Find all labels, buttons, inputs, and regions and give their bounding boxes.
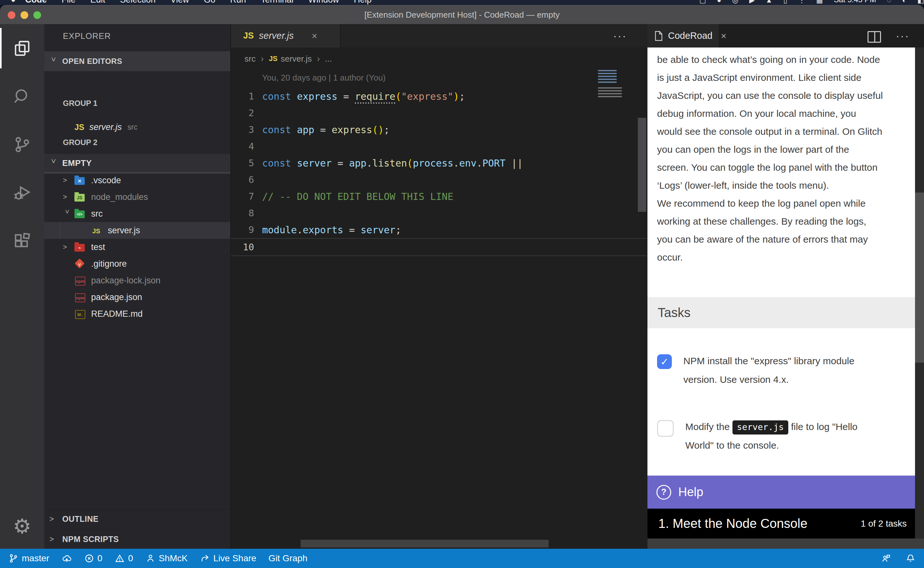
status-bell-icon[interactable] <box>905 553 916 563</box>
project-section-header[interactable]: > EMPTY <box>44 154 231 172</box>
code-line-1[interactable]: 1const express = require("express"); <box>231 88 647 104</box>
dots-icon[interactable]: ⋮ <box>798 0 805 4</box>
tree-item--gitignore[interactable]: ⑂.gitignore <box>44 255 231 272</box>
editor-group: JS server.js × ··· src › JS server.js › … <box>231 24 648 549</box>
status-git-graph[interactable]: Git Graph <box>268 553 307 563</box>
close-tab-icon[interactable]: × <box>721 30 727 41</box>
tab-server-js[interactable]: JS server.js × <box>231 24 341 47</box>
tree-item-server-js[interactable]: JSserver.js <box>44 222 231 239</box>
menu-item-file[interactable]: File <box>62 0 76 5</box>
status-live-share-icon[interactable]: Live Share <box>200 553 256 563</box>
checkbox-unchecked[interactable] <box>657 420 674 437</box>
siri-icon[interactable]: ◐ <box>902 0 906 4</box>
outline-section-header[interactable]: > OUTLINE <box>44 510 231 528</box>
code-line-9[interactable]: 9module.exports = server; <box>231 221 647 238</box>
editor-vertical-scrollbar[interactable] <box>638 118 646 212</box>
npm-scripts-section-header[interactable]: > NPM SCRIPTS <box>44 530 231 548</box>
chevron-down-icon: > <box>49 57 58 65</box>
settings-gear-icon[interactable]: ⚙ <box>0 507 44 545</box>
webview-scrollbar-track[interactable] <box>915 47 924 538</box>
menu-item-help[interactable]: Help <box>354 0 372 5</box>
apple-menu-icon[interactable]: ● <box>11 0 16 4</box>
split-editor-icon[interactable] <box>868 31 881 43</box>
npm-scripts-label: NPM SCRIPTS <box>62 535 119 544</box>
tree-item--vscode[interactable]: >✕.vscode <box>44 172 231 189</box>
window-titlebar: [Extension Development Host] - CodeRoad … <box>0 5 924 24</box>
tree-item-node-modules[interactable]: >JSnode_modules <box>44 189 231 205</box>
lesson-title-bar[interactable]: 1. Meet the Node Console 1 of 2 tasks <box>647 509 915 538</box>
activity-search-icon[interactable] <box>0 72 44 120</box>
code-area[interactable]: 1const express = require("express");23co… <box>231 88 647 256</box>
tab-coderoad[interactable]: CodeRoad × <box>647 24 719 47</box>
menu-item-code[interactable]: Code <box>26 0 47 5</box>
task-text: NPM install the "express" library module… <box>683 352 855 389</box>
status-git-branch-icon[interactable]: master <box>8 553 50 563</box>
code-line-5[interactable]: 5const server = app.listen(process.env.P… <box>231 155 647 171</box>
control-center-icon[interactable]: ◧ <box>917 0 924 4</box>
task-item-npm-install: ✓ NPM install the "express" library modu… <box>657 352 910 389</box>
menu-item-window[interactable]: Window <box>308 0 339 5</box>
line-number: 3 <box>231 124 254 135</box>
code-line-10[interactable]: 10 <box>231 238 647 256</box>
tree-item-src[interactable]: ></>src <box>44 205 231 222</box>
play-icon[interactable]: ▶ <box>749 0 755 4</box>
breadcrumb-src[interactable]: src <box>244 54 256 64</box>
breadcrumb[interactable]: src › JS server.js › ... <box>244 51 332 66</box>
menu-item-terminal[interactable]: Terminal <box>261 0 294 5</box>
status-cloud-upload-icon[interactable] <box>62 553 72 563</box>
code-line-6[interactable]: 6 <box>231 171 647 188</box>
breadcrumb-server-js[interactable]: server.js <box>281 54 312 64</box>
activity-extensions-icon[interactable] <box>0 217 44 265</box>
task-item-modify-server: Modify the server.js file to log "Hello … <box>657 417 910 455</box>
editor-more-actions-icon[interactable]: ··· <box>613 24 627 47</box>
line-number: 4 <box>231 141 254 152</box>
code-line-8[interactable]: 8 <box>231 205 647 221</box>
open-editors-header[interactable]: > OPEN EDITORS <box>44 51 231 71</box>
menu-item-edit[interactable]: Edit <box>90 0 106 5</box>
code-line-2[interactable]: 2 <box>231 104 647 121</box>
webview-scrollbar-thumb[interactable] <box>915 193 924 363</box>
minimap[interactable] <box>598 70 629 98</box>
status-error-icon[interactable]: 0 <box>84 553 102 563</box>
menu-item-run[interactable]: Run <box>230 0 246 5</box>
battery-icon[interactable]: ▯ <box>784 0 787 4</box>
open-editor-server-js[interactable]: JS server.js src <box>44 118 231 136</box>
record-icon[interactable]: ◎ <box>732 0 738 4</box>
window-icon[interactable]: ▢ <box>699 0 706 4</box>
test-folder-icon: ⌁ <box>74 242 86 252</box>
triangle-icon[interactable]: ▲ <box>766 0 773 4</box>
panel-more-actions-icon[interactable]: ··· <box>896 24 910 47</box>
lesson-progress: 1 of 2 tasks <box>861 518 907 529</box>
status-live-share-contact-icon[interactable] <box>881 553 891 563</box>
checkbox-checked[interactable]: ✓ <box>657 354 672 369</box>
code-text: // -- DO NOT EDIT BELOW THIS LINE <box>262 191 453 202</box>
editor-horizontal-scrollbar[interactable] <box>301 540 549 547</box>
code-line-4[interactable]: 4 <box>231 138 647 155</box>
status-person-icon[interactable]: ShMcK <box>145 553 188 563</box>
shield-icon[interactable]: ● <box>717 0 721 4</box>
menu-item-go[interactable]: Go <box>204 0 215 5</box>
menu-item-selection[interactable]: Selection <box>120 0 155 5</box>
window-title: [Extension Development Host] - CodeRoad … <box>0 6 924 24</box>
code-line-7[interactable]: 7// -- DO NOT EDIT BELOW THIS LINE <box>231 188 647 205</box>
tree-item-package-lock-json[interactable]: npmpackage-lock.json <box>44 272 231 289</box>
tree-item-readme-md[interactable]: M↓README.md <box>44 305 231 322</box>
lesson-description: be able to check what’s going on in your… <box>657 51 910 266</box>
activity-source-control-icon[interactable] <box>0 120 44 168</box>
editor-tab-bar: JS server.js × ··· <box>231 24 648 47</box>
close-tab-icon[interactable]: × <box>312 30 318 41</box>
grid-icon[interactable]: ▦ <box>816 0 823 4</box>
activity-explorer-icon[interactable] <box>0 24 44 72</box>
menu-item-view[interactable]: View <box>170 0 189 5</box>
search-icon[interactable]: ◌ <box>887 0 891 4</box>
tree-item-package-json[interactable]: npmpackage.json <box>44 289 231 305</box>
status-warning-icon[interactable]: 0 <box>115 553 133 563</box>
chevron-right-icon: > <box>63 243 71 251</box>
activity-run-debug-icon[interactable] <box>0 168 44 217</box>
tree-item-test[interactable]: >⌁test <box>44 239 231 255</box>
sidebar-title: EXPLORER <box>63 31 111 41</box>
breadcrumb-symbol[interactable]: ... <box>325 54 332 64</box>
line-number: 8 <box>231 208 254 219</box>
help-bar[interactable]: ? Help <box>647 476 915 509</box>
code-line-3[interactable]: 3const app = express(); <box>231 121 647 138</box>
